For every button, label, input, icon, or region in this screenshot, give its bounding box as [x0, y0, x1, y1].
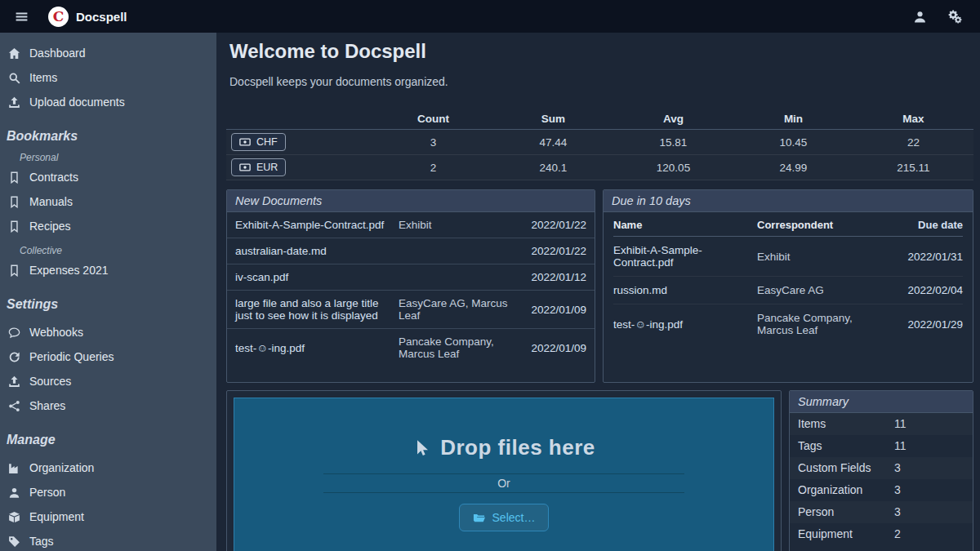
sidebar-item-organization[interactable]: Organization: [0, 455, 216, 480]
sidebar-item-label: Expenses 2021: [29, 264, 109, 277]
sidebar-item-equipment[interactable]: Equipment: [0, 504, 216, 529]
currency-label: EUR: [256, 162, 278, 173]
panels-row: New Documents Exhibit-A-Sample-Contract.…: [226, 189, 973, 383]
sidebar-item-tags[interactable]: Tags: [0, 529, 216, 551]
document-row[interactable]: australian-date.md 2022/01/22: [227, 238, 595, 264]
document-row[interactable]: large file and also a large title just t…: [227, 290, 595, 328]
app-layout: Dashboard Items Upload documents Bookmar…: [0, 33, 980, 551]
sidebar-item-sources[interactable]: Sources: [0, 369, 216, 393]
sidebar-item-label: Manuals: [29, 195, 73, 208]
document-due-date: 2022/02/04: [888, 284, 963, 296]
due-header-row: Name Correspondent Due date: [613, 212, 963, 237]
summary-value: 11: [894, 439, 964, 453]
upload-panel: Drop files here Or Select…: [226, 390, 782, 551]
sidebar-item-recipes[interactable]: Recipes: [0, 214, 216, 238]
document-name: test-☺-ing.pdf: [235, 342, 392, 354]
logo-letter: C: [53, 10, 65, 24]
document-name: Exhibit-A-Sample-Contract.pdf: [235, 219, 392, 231]
history-icon: [8, 351, 20, 363]
summary-row: Person 3: [790, 501, 973, 523]
sidebar-item-label: Sources: [29, 375, 71, 388]
due-document-row[interactable]: Exhibit-A-Sample-Contract.pdf Exhibit 20…: [613, 237, 963, 276]
sidebar-item-label: Periodic Queries: [29, 350, 114, 363]
panel-title: Summary: [790, 391, 973, 413]
sidebar-item-label: Shares: [29, 399, 65, 412]
sidebar-item-person[interactable]: Person: [0, 480, 216, 504]
summary-value: 2: [894, 527, 964, 541]
app-logo: C: [48, 7, 69, 27]
currency-badge-eur: EUR: [231, 158, 286, 176]
page-subtitle: Docspell keeps your documents organized.: [229, 75, 973, 89]
sidebar-item-items[interactable]: Items: [0, 65, 216, 90]
document-name: Exhibit-A-Sample-Contract.pdf: [613, 244, 752, 269]
due-document-row[interactable]: test-☺-ing.pdf Pancake Company, Marcus L…: [613, 304, 963, 344]
sidebar-item-dashboard[interactable]: Dashboard: [0, 41, 216, 65]
due-col-correspondent: Correspondent: [757, 219, 883, 231]
summary-label: Tags: [798, 439, 894, 453]
stats-col-max: Max: [853, 113, 973, 125]
due-col-name: Name: [613, 219, 752, 231]
money-bill-icon: [239, 136, 251, 148]
document-date: 2022/01/09: [518, 342, 586, 354]
sidebar-item-contracts[interactable]: Contracts: [0, 165, 216, 189]
upload-icon: [8, 375, 20, 388]
currency-stats-table: Count Sum Avg Min Max CHF 3 47.44 15.81 …: [226, 109, 973, 180]
document-row[interactable]: iv-scan.pdf 2022/01/12: [227, 264, 595, 290]
summary-value: 11: [894, 417, 964, 431]
summary-value: 3: [894, 461, 964, 475]
bookmarks-group-collective: Collective: [20, 245, 210, 256]
topbar: C Docspell: [0, 0, 980, 33]
stat-min: 10.45: [733, 136, 853, 149]
document-correspondent: EasyCare AG: [757, 284, 883, 296]
sidebar-item-label: Webhooks: [29, 326, 83, 339]
new-documents-panel: New Documents Exhibit-A-Sample-Contract.…: [226, 189, 595, 383]
bookmark-icon: [8, 220, 20, 233]
sidebar-item-expenses-2021[interactable]: Expenses 2021: [0, 258, 216, 282]
divider: [323, 492, 684, 493]
user-icon: [8, 487, 20, 499]
search-icon: [8, 72, 20, 84]
stat-count: 2: [373, 162, 493, 174]
sidebar-item-webhooks[interactable]: Webhooks: [0, 320, 216, 344]
summary-label: Person: [798, 505, 894, 519]
settings-menu-button[interactable]: [943, 7, 967, 27]
stats-header-row: Count Sum Avg Min Max: [226, 109, 973, 130]
document-correspondent: Exhibit: [757, 251, 883, 263]
bottom-row: Drop files here Or Select… Summary Items…: [226, 390, 973, 551]
document-row[interactable]: test-☺-ing.pdf Pancake Company, Marcus L…: [227, 328, 595, 367]
sidebar-item-upload-documents[interactable]: Upload documents: [0, 90, 216, 114]
stat-sum: 47.44: [493, 136, 613, 149]
bookmark-icon: [8, 264, 20, 277]
summary-value: 3: [894, 505, 964, 519]
document-date: 2022/01/12: [518, 271, 586, 283]
stats-col-sum: Sum: [493, 113, 613, 125]
sidebar-item-manuals[interactable]: Manuals: [0, 189, 216, 214]
mouse-pointer-icon: [412, 439, 430, 456]
document-name: australian-date.md: [235, 245, 392, 257]
sidebar-item-shares[interactable]: Shares: [0, 393, 216, 418]
sidebar-item-label: Equipment: [29, 510, 84, 523]
sidebar-heading-bookmarks: Bookmarks: [7, 129, 210, 144]
due-document-row[interactable]: russion.md EasyCare AG 2022/02/04: [613, 276, 963, 304]
currency-badge-chf: CHF: [231, 133, 286, 151]
user-menu-button[interactable]: [908, 7, 932, 27]
document-name: iv-scan.pdf: [235, 271, 392, 283]
select-files-button[interactable]: Select…: [459, 504, 550, 531]
due-col-date: Due date: [888, 219, 963, 231]
stat-avg: 120.05: [613, 162, 733, 174]
user-icon: [913, 10, 927, 24]
stat-avg: 15.81: [613, 136, 733, 149]
sidebar-item-periodic-queries[interactable]: Periodic Queries: [0, 344, 216, 369]
summary-row: Equipment 2: [790, 523, 973, 545]
document-row[interactable]: Exhibit-A-Sample-Contract.pdf Exhibit 20…: [227, 212, 595, 238]
file-dropzone[interactable]: Drop files here Or Select…: [234, 398, 774, 551]
page-title: Welcome to Docspell: [229, 39, 973, 64]
sidebar-item-label: Organization: [29, 461, 94, 474]
main-content: Welcome to Docspell Docspell keeps your …: [216, 33, 980, 551]
bookmark-icon: [8, 196, 20, 208]
menu-button[interactable]: [10, 7, 33, 27]
stat-max: 22: [853, 136, 973, 149]
stat-sum: 240.1: [493, 162, 613, 174]
sidebar-item-label: Upload documents: [29, 96, 125, 109]
document-due-date: 2022/01/29: [888, 318, 963, 331]
